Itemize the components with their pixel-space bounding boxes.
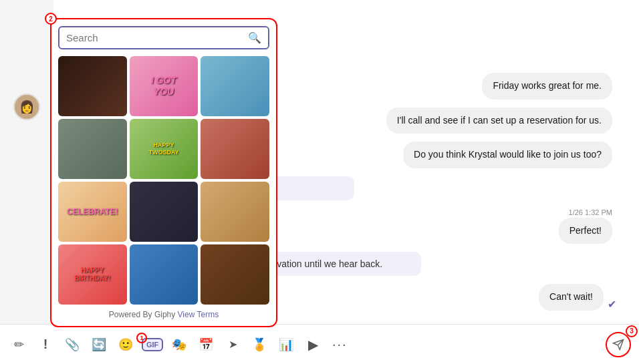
loop-icon[interactable]: 🔄 [88, 334, 110, 355]
message-5: Perfect! [559, 218, 612, 244]
gif-item-12[interactable] [201, 244, 269, 305]
gif-label-2: I GOT YOU [146, 75, 180, 98]
gif-grid: I GOT YOU HAPPYTWOSDAY CELEBRATE! HAPPY … [58, 56, 269, 305]
gif-label-10: HAPPY BIRTHDAY! [74, 266, 110, 283]
gif-label-7: CELEBRATE! [67, 207, 118, 216]
read-check-icon: ✔ [608, 298, 616, 311]
gif-badge-1: 1 [136, 333, 147, 343]
message-2: I'll call and see if I can set up a rese… [386, 108, 612, 134]
message-7: Can't wait! [539, 284, 604, 311]
praise-icon[interactable]: 🏅 [249, 334, 270, 355]
message-3: Do you think Krystal would like to join … [403, 142, 612, 168]
popup-badge-2: 2 [45, 13, 57, 25]
timestamp-5: 1/26 1:32 PM [569, 208, 612, 216]
gif-item-11[interactable] [130, 244, 199, 305]
gif-label: GIF [146, 341, 158, 349]
sidebar: 👩 [0, 0, 53, 324]
gif-item-9[interactable] [201, 182, 269, 242]
schedule-icon[interactable]: 📅 [195, 334, 217, 355]
avatar: 👩 [13, 94, 40, 120]
send-button-wrapper: 3 [606, 332, 631, 357]
search-input[interactable] [66, 32, 248, 43]
gif-item-8[interactable] [130, 182, 199, 242]
gif-item-6[interactable] [201, 119, 269, 179]
search-bar[interactable]: 🔍 [58, 26, 269, 49]
send-badge-3: 3 [626, 325, 638, 337]
meet-icon[interactable]: ➤ [222, 334, 243, 355]
gif-item-4[interactable] [58, 119, 127, 179]
gif-item-2[interactable]: I GOT YOU [130, 56, 199, 116]
gif-button-wrapper: GIF 1 [142, 338, 163, 351]
toolbar: ✏ ! 📎 🔄 🙂 GIF 1 🎭 📅 ➤ 🏅 📊 ▶ ··· 3 [0, 324, 639, 364]
stream-icon[interactable]: 📊 [275, 334, 297, 355]
video-icon[interactable]: ▶ [302, 334, 324, 355]
giphy-footer: Powered By Giphy View Terms [58, 310, 269, 319]
gif-item-5[interactable]: HAPPYTWOSDAY [130, 119, 199, 179]
sticker-icon[interactable]: 🎭 [168, 334, 190, 355]
attachment-icon[interactable]: 📎 [61, 334, 83, 355]
gif-item-10[interactable]: HAPPY BIRTHDAY! [58, 244, 127, 305]
send-icon [612, 339, 624, 351]
view-terms-link[interactable]: View Terms [178, 310, 219, 319]
gif-item-3[interactable] [201, 56, 269, 116]
gif-label-5: HAPPYTWOSDAY [148, 142, 178, 156]
emoji-icon[interactable]: 🙂 [115, 334, 136, 355]
message-1: Friday works great for me. [482, 73, 612, 100]
search-icon: 🔍 [248, 31, 261, 44]
exclamation-icon[interactable]: ! [35, 334, 56, 355]
powered-by-giphy: Powered By Giphy [109, 310, 175, 319]
pen-icon[interactable]: ✏ [8, 334, 29, 355]
more-options-icon[interactable]: ··· [329, 334, 350, 355]
gif-item-7[interactable]: CELEBRATE! [58, 182, 127, 242]
gif-popup: 2 🔍 I GOT YOU HAPPYTWOSDAY CELEBRATE! HA… [50, 18, 277, 327]
gif-item-1[interactable] [58, 56, 127, 116]
